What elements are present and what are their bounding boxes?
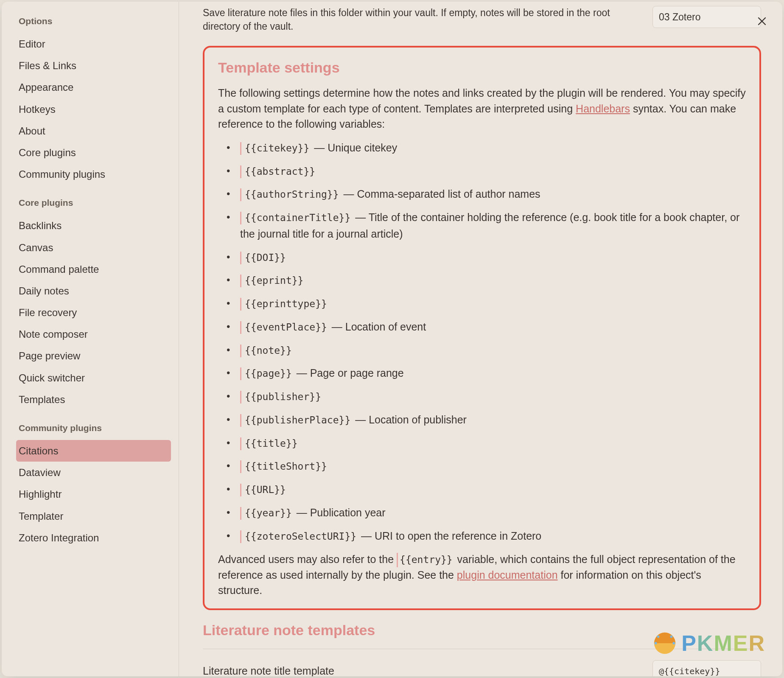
template-variable-item: {{citekey}} — Unique citekey [232,140,746,156]
template-variable-item: {{zoteroSelectURI}} — URI to open the re… [232,528,746,544]
folder-setting-row: Save literature note files in this folde… [203,2,761,46]
variable-code: {{abstract}} [240,165,317,178]
sidebar-item-page-preview[interactable]: Page preview [16,345,171,367]
sidebar-item-about[interactable]: About [16,120,171,142]
close-button[interactable] [755,14,769,28]
template-settings-section: Template settings The following settings… [203,46,761,610]
variable-code: {{zoteroSelectURI}} [240,530,358,543]
sidebar-section-title: Options [16,16,171,26]
section-heading-template: Template settings [218,59,746,76]
template-variable-item: {{page}} — Page or page range [232,365,746,381]
folder-setting-description: Save literature note files in this folde… [203,6,642,33]
advanced-paragraph: Advanced users may also refer to the {{e… [218,552,746,598]
sidebar-section-title: Core plugins [16,198,171,208]
entry-code: {{entry}} [397,553,454,567]
template-variable-item: {{publisher}} [232,388,746,405]
sidebar-section-title: Community plugins [16,423,171,433]
variable-code: {{publisherPlace}} [240,414,352,427]
sidebar-item-command-palette[interactable]: Command palette [16,258,171,280]
sidebar-item-canvas[interactable]: Canvas [16,237,171,258]
sidebar-item-files-links[interactable]: Files & Links [16,55,171,76]
template-intro-paragraph: The following settings determine how the… [218,85,746,132]
sidebar-item-highlightr[interactable]: Highlightr [16,483,171,505]
template-variable-item: {{URL}} [232,481,746,498]
sidebar-item-templates[interactable]: Templates [16,389,171,410]
sidebar-item-file-recovery[interactable]: File recovery [16,302,171,323]
template-variable-item: {{year}} — Publication year [232,504,746,521]
sidebar-item-editor[interactable]: Editor [16,33,171,55]
variable-description: — Location of publisher [352,414,467,426]
lit-note-title-label: Literature note title template [203,665,644,676]
template-variable-item: {{note}} [232,342,746,359]
sidebar-item-community-plugins[interactable]: Community plugins [16,163,171,185]
variable-code: {{note}} [240,345,294,357]
sidebar-item-dataview[interactable]: Dataview [16,462,171,483]
lit-note-title-input[interactable] [652,660,761,676]
settings-modal: OptionsEditorFiles & LinksAppearanceHotk… [2,2,782,676]
template-variable-item: {{eprint}} [232,272,746,289]
sidebar-item-backlinks[interactable]: Backlinks [16,215,171,236]
variable-code: {{citekey}} [240,142,311,155]
template-variable-item: {{DOI}} [232,249,746,266]
settings-content: Save literature note files in this folde… [179,2,782,676]
variable-code: {{eprinttype}} [240,298,329,311]
variable-code: {{titleShort}} [240,460,329,473]
sidebar-item-hotkeys[interactable]: Hotkeys [16,98,171,120]
variable-code: {{title}} [240,437,300,450]
sidebar-item-note-composer[interactable]: Note composer [16,323,171,345]
variable-code: {{eventPlace}} [240,321,329,334]
template-variable-list: {{citekey}} — Unique citekey{{abstract}}… [218,140,746,544]
svg-point-5 [655,642,657,644]
template-variable-item: {{eventPlace}} — Location of event [232,319,746,335]
settings-sidebar: OptionsEditorFiles & LinksAppearanceHotk… [2,2,179,676]
divider [203,649,761,649]
variable-code: {{page}} [240,367,294,380]
variable-code: {{year}} [240,507,294,520]
handlebars-link[interactable]: Handlebars [576,103,630,115]
variable-code: {{DOI}} [240,252,288,264]
variable-code: {{authorString}} [240,188,341,201]
variable-description: — Comma-separated list of author names [341,188,540,200]
sidebar-item-appearance[interactable]: Appearance [16,76,171,98]
sidebar-item-templater[interactable]: Templater [16,505,171,527]
sidebar-item-daily-notes[interactable]: Daily notes [16,280,171,302]
sidebar-item-zotero-integration[interactable]: Zotero Integration [16,527,171,549]
template-variable-item: {{titleShort}} [232,458,746,474]
variable-code: {{URL}} [240,484,288,496]
template-variable-item: {{authorString}} — Comma-separated list … [232,186,746,202]
variable-description: — Publication year [294,507,386,518]
advanced-pre: Advanced users may also refer to the [218,553,397,565]
plugin-documentation-link[interactable]: plugin documentation [457,569,558,581]
variable-code: {{eprint}} [240,275,305,287]
svg-point-6 [673,642,675,644]
variable-code: {{publisher}} [240,391,323,403]
sidebar-item-quick-switcher[interactable]: Quick switcher [16,367,171,389]
folder-input[interactable] [652,6,761,28]
sidebar-item-citations[interactable]: Citations [16,440,171,462]
section-heading-lit-notes: Literature note templates [203,622,761,639]
variable-code: {{containerTitle}} [240,212,352,224]
sidebar-item-core-plugins[interactable]: Core plugins [16,142,171,163]
variable-description: — URI to open the reference in Zotero [358,530,541,542]
template-variable-item: {{containerTitle}} — Title of the contai… [232,209,746,242]
template-variable-item: {{title}} [232,435,746,451]
lit-note-title-row: Literature note title template [203,660,761,676]
template-variable-item: {{publisherPlace}} — Location of publish… [232,412,746,428]
variable-description: — Location of event [329,321,426,333]
template-variable-item: {{abstract}} [232,163,746,179]
variable-description: — Page or page range [294,367,404,379]
template-variable-item: {{eprinttype}} [232,295,746,312]
variable-description: — Unique citekey [311,142,397,154]
close-icon [757,17,767,26]
